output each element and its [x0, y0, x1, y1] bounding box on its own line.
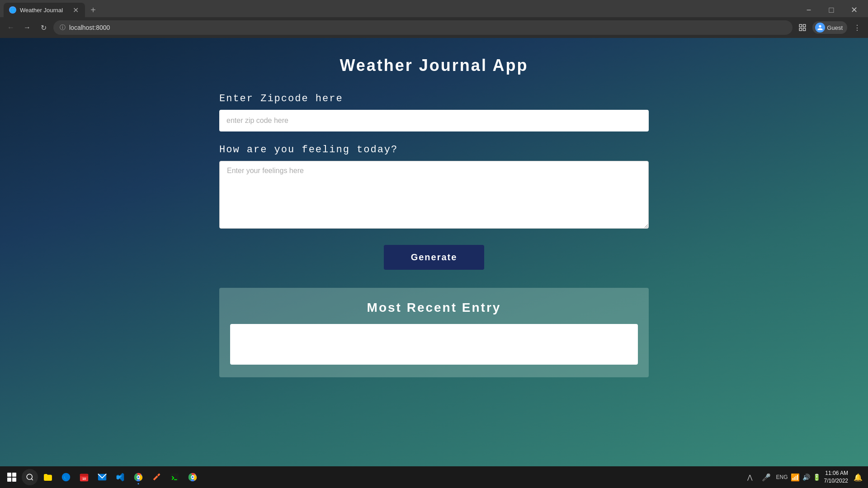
address-bar[interactable]: ⓘ localhost:8000: [53, 20, 793, 35]
svg-line-7: [31, 479, 33, 480]
address-text: localhost:8000: [69, 24, 110, 31]
svg-text:10: 10: [82, 477, 86, 481]
date-text: 7/10/2022: [824, 477, 848, 485]
address-bar-row: ← → ↻ ⓘ localhost:8000 Guest ⋮: [0, 17, 868, 38]
svg-rect-5: [800, 28, 802, 31]
clock-display[interactable]: 11:06 AM 7/10/2022: [824, 469, 848, 485]
new-tab-button[interactable]: +: [87, 4, 99, 16]
tab-favicon-icon: 🌐: [9, 6, 16, 14]
time-text: 11:06 AM: [824, 469, 848, 477]
generate-btn-container: Generate: [384, 245, 485, 270]
entry-card: [230, 324, 638, 365]
active-tab[interactable]: 🌐 Weather Journal ✕: [4, 3, 85, 17]
app-container: Weather Journal App Enter Zipcode here H…: [0, 38, 868, 488]
svg-text:🌐: 🌐: [10, 7, 16, 13]
app-title: Weather Journal App: [340, 56, 528, 75]
minimize-button[interactable]: −: [798, 3, 819, 17]
feelings-label: How are you feeling today?: [219, 144, 649, 155]
chrome-button[interactable]: [130, 469, 146, 485]
language-indicator: ENG: [776, 474, 788, 480]
terminal-button[interactable]: [166, 469, 183, 485]
window-controls: − □ ✕: [798, 3, 864, 17]
tab-bar: 🌐 Weather Journal ✕ + − □ ✕: [0, 0, 868, 17]
generate-button[interactable]: Generate: [384, 245, 485, 270]
svg-rect-4: [803, 28, 806, 31]
close-tab-button[interactable]: ✕: [71, 6, 80, 14]
windows-logo-icon: [7, 473, 16, 482]
profile-avatar: [815, 23, 825, 33]
form-section: Enter Zipcode here How are you feeling t…: [219, 93, 649, 245]
vscode-button[interactable]: [112, 469, 128, 485]
svg-point-21: [192, 476, 194, 479]
profile-button[interactable]: Guest: [812, 21, 847, 34]
file-explorer-button[interactable]: [40, 469, 56, 485]
vscode-wrap: [112, 469, 128, 485]
back-button[interactable]: ←: [5, 21, 17, 34]
mail-wrap: [94, 469, 110, 485]
system-indicators: ENG 📶 🔊 🔋: [776, 473, 821, 482]
edge-button[interactable]: [58, 469, 74, 485]
system-tray: ⋀ 🎤 ENG 📶 🔊 🔋 11:06 AM 7/10/2022 🔔: [744, 469, 864, 485]
tab-title-text: Weather Journal: [20, 7, 68, 14]
extensions-button[interactable]: [796, 21, 809, 34]
terminal-wrap: [166, 469, 183, 485]
start-button[interactable]: [4, 469, 20, 485]
svg-point-6: [27, 474, 32, 479]
microphone-icon[interactable]: 🎤: [760, 471, 773, 483]
browser-chrome: 🌐 Weather Journal ✕ + − □ ✕ ← → ↻ ⓘ loca…: [0, 0, 868, 38]
zipcode-label: Enter Zipcode here: [219, 93, 649, 104]
svg-rect-3: [803, 24, 806, 27]
show-hidden-icons-button[interactable]: ⋀: [744, 471, 756, 483]
browser-menu-button[interactable]: ⋮: [851, 21, 863, 34]
feelings-textarea[interactable]: [219, 161, 649, 229]
chrome2-button[interactable]: [184, 469, 201, 485]
forward-button[interactable]: →: [21, 21, 33, 34]
svg-rect-2: [800, 24, 802, 27]
recent-entry-title: Most Recent Entry: [230, 300, 638, 315]
tools-wrap: [148, 469, 165, 485]
battery-icon: 🔋: [813, 474, 821, 481]
maximize-button[interactable]: □: [821, 3, 842, 17]
close-window-button[interactable]: ✕: [844, 3, 864, 17]
profile-name-text: Guest: [827, 24, 843, 31]
tools-button[interactable]: [148, 469, 165, 485]
calendar-button[interactable]: 10: [76, 469, 92, 485]
chrome2-wrap: [184, 469, 201, 485]
mail-button[interactable]: [94, 469, 110, 485]
recent-entry-section: Most Recent Entry: [219, 288, 649, 377]
svg-point-15: [137, 476, 140, 479]
taskbar: 10: [0, 466, 868, 488]
lock-icon: ⓘ: [60, 23, 66, 32]
volume-icon: 🔊: [802, 474, 810, 481]
chrome-wrap: [130, 469, 146, 485]
notification-button[interactable]: 🔔: [852, 471, 864, 483]
calendar-wrap: 10: [76, 469, 92, 485]
zipcode-input[interactable]: [219, 110, 649, 131]
edge-icon-wrap: [58, 469, 74, 485]
active-indicator: [138, 483, 139, 484]
refresh-button[interactable]: ↻: [37, 21, 50, 34]
file-explorer-wrap: [40, 469, 56, 485]
taskbar-search-button[interactable]: [22, 469, 38, 485]
wifi-icon: 📶: [791, 473, 800, 482]
svg-rect-9: [80, 474, 88, 477]
